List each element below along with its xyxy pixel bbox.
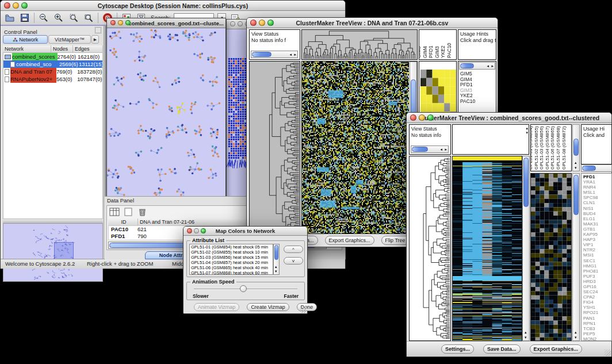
- scroll-thumb[interactable]: [573, 139, 579, 156]
- zoom-window-button[interactable]: [427, 114, 434, 121]
- tab-network[interactable]: Network: [3, 35, 48, 44]
- attribute-item[interactable]: GPL51-03 (GSM856) heat shock 15 min: [190, 255, 273, 260]
- zoom-window-button[interactable]: [201, 228, 206, 233]
- zoom-selected-icon[interactable]: [68, 12, 79, 24]
- global-heatmap-panel[interactable]: [301, 61, 418, 234]
- tab-overflow-arrow[interactable]: ▶: [91, 35, 99, 44]
- gene-label[interactable]: RPO21: [583, 310, 598, 315]
- scroll-up-arrow[interactable]: ▴: [575, 330, 577, 335]
- scroll-thumb[interactable]: [460, 63, 474, 68]
- scroll-left-arrow[interactable]: ◂: [289, 52, 292, 57]
- minimize-button[interactable]: [259, 20, 265, 26]
- settings-button[interactable]: Settings...: [441, 344, 474, 354]
- scroll-right-arrow[interactable]: ▸: [445, 147, 447, 152]
- gene-label[interactable]: GPI16: [583, 284, 598, 289]
- gene-label[interactable]: PAN1: [583, 316, 598, 321]
- gene-label[interactable]: NIS1: [583, 206, 598, 211]
- attribute-item[interactable]: GPL51-06 (GSM865) heat shock 40 min: [190, 265, 273, 270]
- close-button[interactable]: [410, 114, 416, 121]
- gene-label[interactable]: PEP5: [583, 331, 598, 336]
- heatmap-vscrollbar[interactable]: ▴ ▾: [522, 156, 530, 341]
- zoom-heatmap-canvas[interactable]: [531, 174, 571, 340]
- combined_sco[interactable]: combined_sco 2569(6) 13112(15): [3, 60, 102, 68]
- RNAPuberNov2+[interactable]: RNAPuberNov2+ 563(0) 107847(0): [3, 75, 102, 83]
- scroll-up-arrow[interactable]: ▴: [526, 126, 528, 131]
- row-dendrogram-canvas[interactable]: [250, 62, 300, 233]
- scroll-up-arrow[interactable]: ▴: [525, 330, 527, 335]
- attribute-item[interactable]: GPL51-04 (GSM857) heat shock 20 min: [190, 260, 273, 265]
- gene-label[interactable]: HRD3: [583, 279, 598, 284]
- global-heatmap-canvas[interactable]: [453, 156, 522, 340]
- resize-grip[interactable]: [605, 350, 611, 356]
- speed-slider-thumb[interactable]: [240, 285, 247, 292]
- column-dendrogram-canvas[interactable]: [302, 30, 417, 59]
- labels-hscrollbar[interactable]: ◂ ▸: [459, 62, 495, 70]
- scroll-down-arrow[interactable]: ▾: [526, 131, 528, 135]
- row-dendrogram-panel[interactable]: [409, 156, 451, 341]
- gene-label[interactable]: VIP1: [583, 242, 598, 247]
- export-graphics-button-2[interactable]: Export Graphics...: [530, 344, 583, 354]
- attribute-item[interactable]: GPL51-07 (GSM868) heat shock 60 min: [190, 270, 273, 275]
- main-titlebar[interactable]: Cytoscape Desktop (Session Name: collins…: [1, 1, 345, 11]
- view-status-hscrollbar[interactable]: ◂ ▸: [251, 51, 298, 58]
- gene-label[interactable]: GTB1: [583, 227, 598, 232]
- array-labels-panel[interactable]: GPL51-01 (GSM854)GPL51-02 (GSM855)GPL51-…: [530, 124, 572, 171]
- zoom-window-button[interactable]: [21, 2, 28, 9]
- close-button[interactable]: [230, 21, 235, 26]
- scroll-down-arrow[interactable]: ▾: [575, 335, 577, 340]
- treeview2-titlebar[interactable]: ClusterMaker TreeView : combined_scores_…: [407, 113, 611, 123]
- scroll-thumb[interactable]: [582, 166, 596, 171]
- dialog-titlebar[interactable]: Map Colors to Network: [183, 227, 307, 236]
- gene-label[interactable]: MSI1: [583, 252, 598, 258]
- gene-label[interactable]: TCB3: [583, 326, 598, 331]
- attribute-item[interactable]: GPL51-01 (GSM854) heat shock 05 min: [190, 244, 273, 250]
- minimize-button[interactable]: [194, 228, 199, 233]
- global-heatmap-canvas[interactable]: [302, 62, 409, 233]
- new-attribute-icon[interactable]: [123, 208, 135, 219]
- scroll-thumb[interactable]: [252, 52, 271, 57]
- gene-label[interactable]: CLN1: [583, 200, 598, 205]
- save-data-button-2[interactable]: Save Data...: [483, 344, 521, 354]
- scroll-right-arrow[interactable]: ▸: [491, 64, 494, 68]
- float-panel-icon[interactable]: [95, 27, 101, 33]
- network-overview-canvas[interactable]: [3, 224, 102, 281]
- array-labels-vscrollbar[interactable]: ▴ ▾: [572, 124, 580, 171]
- zoom-fit-icon[interactable]: [83, 12, 94, 24]
- tab-vizmapper[interactable]: VizMapper™: [48, 35, 91, 44]
- scroll-up-arrow[interactable]: ▴: [275, 265, 277, 269]
- gene-label[interactable]: KAP95: [583, 232, 598, 237]
- scroll-thumb[interactable]: [573, 175, 579, 215]
- scroll-left-arrow[interactable]: ◂: [440, 147, 442, 152]
- animate-vizmap-button[interactable]: Animate Vizmap: [194, 303, 239, 311]
- move-up-button[interactable]: ^: [284, 246, 303, 253]
- open-session-icon[interactable]: [4, 12, 16, 24]
- array-labels-panel[interactable]: GIM5GIM4PFD1GIM3YKE2PAC10: [419, 29, 457, 60]
- gene-label[interactable]: ELG1: [583, 216, 598, 221]
- gene-label[interactable]: FIG4: [583, 300, 598, 305]
- gene-label[interactable]: PHO81: [583, 269, 598, 274]
- minimize-button[interactable]: [13, 2, 19, 9]
- zoom-window-button[interactable]: [267, 20, 274, 26]
- attribute-select-icon[interactable]: [109, 208, 121, 219]
- create-vizmap-button[interactable]: Create Vizmap: [247, 303, 289, 311]
- close-button[interactable]: [250, 20, 257, 26]
- zoom-out-icon[interactable]: [38, 12, 49, 24]
- scroll-left-arrow[interactable]: ◂: [487, 64, 489, 68]
- scroll-up-arrow[interactable]: ▴: [575, 160, 577, 165]
- gene-label[interactable]: SEC24: [583, 289, 598, 294]
- move-down-button[interactable]: v: [284, 257, 303, 265]
- DNA and Tran 07[interactable]: DNA and Tran 07 769(0) 183728(0): [3, 68, 102, 75]
- gene-label[interactable]: SPC98: [583, 195, 598, 200]
- minimize-button[interactable]: [419, 114, 425, 121]
- gene-label[interactable]: PFD1: [583, 174, 598, 179]
- gene-label[interactable]: MAK31: [583, 221, 598, 227]
- save-session-icon[interactable]: [19, 12, 30, 24]
- gene-label[interactable]: YSH1: [583, 305, 598, 310]
- scroll-thumb[interactable]: [412, 147, 428, 152]
- gene-label[interactable]: BUD4: [583, 211, 598, 216]
- minimize-button[interactable]: [238, 21, 243, 26]
- gene-label[interactable]: YRA1: [583, 179, 598, 185]
- minimize-button[interactable]: [118, 20, 123, 25]
- row-dendrogram-canvas[interactable]: [410, 156, 450, 340]
- zoom-heatmap-panel[interactable]: [530, 173, 572, 341]
